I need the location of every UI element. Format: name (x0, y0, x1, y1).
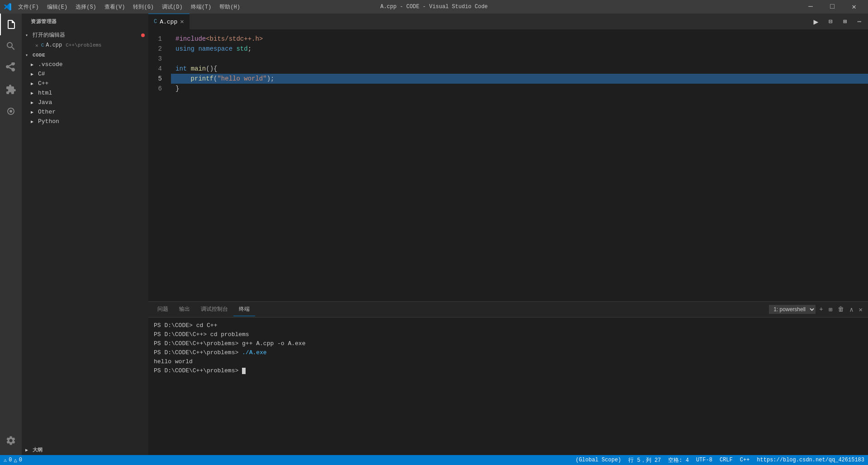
maximize-button[interactable]: □ (822, 0, 843, 14)
term-line-2: PS D:\CODE\C++> cd problems (154, 330, 863, 339)
status-encoding[interactable]: UTF-8 (693, 455, 716, 465)
language-label: C++ (740, 457, 750, 463)
run-button[interactable]: ▶ (809, 15, 823, 28)
cursor-blink (242, 368, 246, 374)
more-actions-button[interactable]: ⋯ (853, 15, 866, 28)
menu-goto[interactable]: 转到(G) (129, 2, 157, 12)
open-editor-acpp[interactable]: ✕ C A.cpp C++\problems (22, 41, 148, 50)
keyword-include: #include (175, 35, 206, 43)
folder-vscode[interactable]: ▶ .vscode (22, 60, 148, 69)
include-path: <bits/stdc++.h> (206, 35, 263, 43)
tab-debug-console[interactable]: 调试控制台 (195, 303, 233, 316)
status-scope[interactable]: (Global Scope) (572, 455, 625, 465)
folder-java[interactable]: ▶ Java (22, 98, 148, 107)
split-editor-button[interactable]: ⊞ (838, 15, 852, 28)
close-terminal-button[interactable]: ✕ (857, 305, 864, 314)
tab-terminal[interactable]: 终端 (233, 303, 255, 316)
line-num-2: 2 (153, 44, 162, 54)
menu-help[interactable]: 帮助(H) (216, 2, 244, 12)
keyword-using: using (175, 45, 194, 52)
activity-remote[interactable] (0, 100, 22, 122)
status-errors[interactable]: ⚠ 0 △ 0 (0, 455, 26, 465)
warning-count: 0 (19, 457, 22, 463)
chevron-right-icon: ▶ (31, 109, 36, 115)
code-root-section: ▾ CODE ▶ .vscode ▶ C# ▶ C++ ▶ html ▶ Jav… (22, 51, 148, 126)
terminal-content[interactable]: PS D:\CODE> cd C++ PS D:\CODE\C++> cd pr… (148, 318, 868, 455)
maximize-terminal-button[interactable]: ∧ (848, 305, 855, 314)
tab-bar: C A.cpp ✕ (148, 14, 868, 29)
folder-python[interactable]: ▶ Python (22, 117, 148, 126)
activity-extensions[interactable] (0, 79, 22, 100)
minimize-button[interactable]: ─ (800, 0, 821, 14)
folder-other[interactable]: ▶ Other (22, 107, 148, 117)
tab-output[interactable]: 输出 (174, 303, 195, 316)
code-line-5: printf("hello world"); (171, 74, 868, 84)
line-num-3: 3 (153, 54, 162, 64)
folder-html[interactable]: ▶ html (22, 88, 148, 98)
activity-bar (0, 14, 22, 455)
code-editor[interactable]: #include<bits/stdc++.h> using namespace … (171, 29, 868, 301)
status-cursor[interactable]: 行 5，列 27 (625, 455, 664, 465)
activity-bar-bottom (0, 430, 22, 455)
folder-cpp[interactable]: ▶ C++ (22, 79, 148, 88)
term-line-4: PS D:\CODE\C++\problems> ./A.exe (154, 348, 863, 357)
tab-acpp[interactable]: C A.cpp ✕ (148, 14, 190, 29)
chevron-right-icon: ▶ (31, 100, 36, 105)
line-num-6: 6 (153, 84, 162, 94)
activity-search[interactable] (0, 35, 22, 57)
error-count: 0 (9, 457, 12, 463)
menu-view[interactable]: 查看(V) (101, 2, 129, 12)
indent (175, 75, 191, 82)
code-root-header[interactable]: ▾ CODE (22, 51, 148, 60)
activity-source-control[interactable] (0, 57, 22, 79)
activity-explorer[interactable] (0, 14, 22, 35)
folder-label: html (38, 90, 52, 96)
vscode-logo (4, 3, 12, 11)
split-terminal-button[interactable]: ⊞ (827, 305, 834, 314)
menu-terminal[interactable]: 终端(T) (187, 2, 215, 12)
open-preview-button[interactable]: ⊟ (824, 15, 837, 28)
main-content: 资源管理器 ▾ 打开的编辑器 ✕ C A.cpp C++\problems ▾ … (0, 14, 868, 455)
chevron-right-icon: ▶ (25, 447, 31, 453)
kill-terminal-button[interactable]: 🗑 (836, 305, 846, 314)
sidebar: 资源管理器 ▾ 打开的编辑器 ✕ C A.cpp C++\problems ▾ … (22, 14, 148, 455)
folder-csharp[interactable]: ▶ C# (22, 69, 148, 79)
folder-label: .vscode (38, 61, 63, 68)
cursor-position: 行 5，列 27 (628, 456, 661, 464)
activity-settings[interactable] (0, 430, 22, 451)
line-numbers: 1 2 3 4 5 6 (148, 29, 171, 301)
menu-edit[interactable]: 编辑(E) (43, 2, 71, 12)
menu-debug[interactable]: 调试(D) (158, 2, 186, 12)
tab-problems[interactable]: 问题 (152, 303, 174, 316)
close-icon[interactable]: ✕ (35, 43, 38, 48)
editor-content[interactable]: 1 2 3 4 5 6 #include<bits/stdc++.h> usin… (148, 29, 868, 301)
term-line-6: PS D:\CODE\C++\problems> (154, 366, 863, 375)
shell-select[interactable]: 1: powershell (769, 305, 816, 314)
spaces-label: 空格: 4 (668, 456, 689, 464)
term-line-1: PS D:\CODE> cd C++ (154, 321, 863, 330)
menu-file[interactable]: 文件(F) (14, 2, 43, 12)
chevron-right-icon: ▶ (31, 81, 36, 86)
semicolon: ; (248, 45, 251, 52)
encoding-label: UTF-8 (696, 457, 712, 463)
outline-header[interactable]: ▶ 大纲 (22, 445, 148, 455)
chevron-down-icon: ▾ (25, 33, 31, 38)
open-editors-header[interactable]: ▾ 打开的编辑器 (22, 29, 148, 41)
folder-label: C# (38, 71, 45, 77)
status-line-ending[interactable]: CRLF (716, 455, 736, 465)
status-extra[interactable]: https://blog.csdn.net/qq_42615183 (753, 455, 868, 465)
menu-selection[interactable]: 选择(S) (72, 2, 100, 12)
window-controls: ─ □ ✕ (800, 0, 864, 14)
tab-close-icon[interactable]: ✕ (180, 19, 184, 25)
open-editor-filename: A.cpp (46, 42, 62, 48)
keyword-int: int (175, 65, 187, 72)
line-ending-label: CRLF (720, 457, 733, 463)
status-spaces[interactable]: 空格: 4 (664, 455, 693, 465)
new-terminal-button[interactable]: + (817, 305, 825, 314)
cpp-file-icon: C (41, 43, 44, 48)
close-button[interactable]: ✕ (844, 0, 864, 14)
punc-close-brace: } (175, 85, 179, 92)
titlebar-left: 文件(F) 编辑(E) 选择(S) 查看(V) 转到(G) 调试(D) 终端(T… (4, 2, 244, 12)
status-language[interactable]: C++ (736, 455, 754, 465)
code-root-label: CODE (33, 52, 45, 58)
